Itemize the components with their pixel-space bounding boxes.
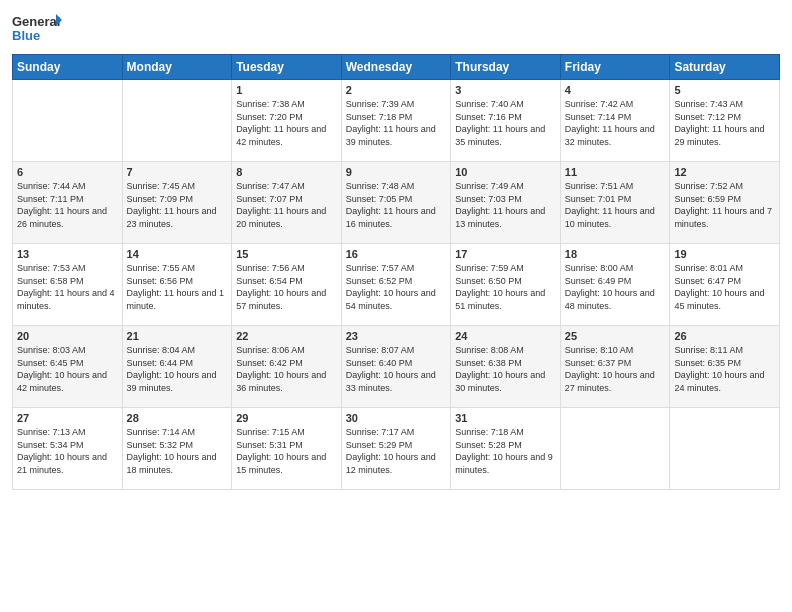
day-number: 22 [236, 330, 337, 342]
calendar-cell: 23 Sunrise: 8:07 AMSunset: 6:40 PMDaylig… [341, 326, 451, 408]
day-number: 4 [565, 84, 666, 96]
cell-details: Sunrise: 8:04 AMSunset: 6:44 PMDaylight:… [127, 345, 217, 393]
svg-text:General: General [12, 14, 60, 29]
cell-details: Sunrise: 8:01 AMSunset: 6:47 PMDaylight:… [674, 263, 764, 311]
cell-details: Sunrise: 8:10 AMSunset: 6:37 PMDaylight:… [565, 345, 655, 393]
day-number: 19 [674, 248, 775, 260]
cell-details: Sunrise: 7:40 AMSunset: 7:16 PMDaylight:… [455, 99, 545, 147]
cell-details: Sunrise: 7:18 AMSunset: 5:28 PMDaylight:… [455, 427, 553, 475]
day-number: 29 [236, 412, 337, 424]
calendar-cell: 29 Sunrise: 7:15 AMSunset: 5:31 PMDaylig… [232, 408, 342, 490]
calendar-table: SundayMondayTuesdayWednesdayThursdayFrid… [12, 54, 780, 490]
day-number: 13 [17, 248, 118, 260]
calendar-cell: 10 Sunrise: 7:49 AMSunset: 7:03 PMDaylig… [451, 162, 561, 244]
calendar-cell [560, 408, 670, 490]
day-number: 15 [236, 248, 337, 260]
cell-details: Sunrise: 7:38 AMSunset: 7:20 PMDaylight:… [236, 99, 326, 147]
day-number: 21 [127, 330, 228, 342]
calendar-cell: 30 Sunrise: 7:17 AMSunset: 5:29 PMDaylig… [341, 408, 451, 490]
day-number: 12 [674, 166, 775, 178]
calendar-cell: 20 Sunrise: 8:03 AMSunset: 6:45 PMDaylig… [13, 326, 123, 408]
cell-details: Sunrise: 7:43 AMSunset: 7:12 PMDaylight:… [674, 99, 764, 147]
day-number: 18 [565, 248, 666, 260]
cell-details: Sunrise: 7:48 AMSunset: 7:05 PMDaylight:… [346, 181, 436, 229]
cell-details: Sunrise: 7:15 AMSunset: 5:31 PMDaylight:… [236, 427, 326, 475]
logo: General Blue [12, 10, 62, 46]
calendar-cell: 21 Sunrise: 8:04 AMSunset: 6:44 PMDaylig… [122, 326, 232, 408]
cell-details: Sunrise: 7:44 AMSunset: 7:11 PMDaylight:… [17, 181, 107, 229]
cell-details: Sunrise: 7:52 AMSunset: 6:59 PMDaylight:… [674, 181, 772, 229]
calendar-cell: 15 Sunrise: 7:56 AMSunset: 6:54 PMDaylig… [232, 244, 342, 326]
cell-details: Sunrise: 7:56 AMSunset: 6:54 PMDaylight:… [236, 263, 326, 311]
calendar-cell: 6 Sunrise: 7:44 AMSunset: 7:11 PMDayligh… [13, 162, 123, 244]
day-number: 8 [236, 166, 337, 178]
calendar-cell: 27 Sunrise: 7:13 AMSunset: 5:34 PMDaylig… [13, 408, 123, 490]
cell-details: Sunrise: 8:03 AMSunset: 6:45 PMDaylight:… [17, 345, 107, 393]
calendar-cell: 7 Sunrise: 7:45 AMSunset: 7:09 PMDayligh… [122, 162, 232, 244]
cell-details: Sunrise: 7:13 AMSunset: 5:34 PMDaylight:… [17, 427, 107, 475]
day-number: 7 [127, 166, 228, 178]
calendar-cell: 28 Sunrise: 7:14 AMSunset: 5:32 PMDaylig… [122, 408, 232, 490]
weekday-header-tuesday: Tuesday [232, 55, 342, 80]
day-number: 2 [346, 84, 447, 96]
cell-details: Sunrise: 7:45 AMSunset: 7:09 PMDaylight:… [127, 181, 217, 229]
calendar-cell: 1 Sunrise: 7:38 AMSunset: 7:20 PMDayligh… [232, 80, 342, 162]
day-number: 30 [346, 412, 447, 424]
weekday-header-wednesday: Wednesday [341, 55, 451, 80]
calendar-cell: 31 Sunrise: 7:18 AMSunset: 5:28 PMDaylig… [451, 408, 561, 490]
day-number: 23 [346, 330, 447, 342]
calendar-cell [13, 80, 123, 162]
day-number: 5 [674, 84, 775, 96]
cell-details: Sunrise: 7:42 AMSunset: 7:14 PMDaylight:… [565, 99, 655, 147]
cell-details: Sunrise: 7:57 AMSunset: 6:52 PMDaylight:… [346, 263, 436, 311]
calendar-cell: 16 Sunrise: 7:57 AMSunset: 6:52 PMDaylig… [341, 244, 451, 326]
cell-details: Sunrise: 7:47 AMSunset: 7:07 PMDaylight:… [236, 181, 326, 229]
calendar-cell: 13 Sunrise: 7:53 AMSunset: 6:58 PMDaylig… [13, 244, 123, 326]
cell-details: Sunrise: 7:53 AMSunset: 6:58 PMDaylight:… [17, 263, 115, 311]
weekday-header-sunday: Sunday [13, 55, 123, 80]
cell-details: Sunrise: 7:14 AMSunset: 5:32 PMDaylight:… [127, 427, 217, 475]
day-number: 1 [236, 84, 337, 96]
calendar-cell: 25 Sunrise: 8:10 AMSunset: 6:37 PMDaylig… [560, 326, 670, 408]
svg-text:Blue: Blue [12, 28, 40, 43]
cell-details: Sunrise: 7:17 AMSunset: 5:29 PMDaylight:… [346, 427, 436, 475]
cell-details: Sunrise: 7:55 AMSunset: 6:56 PMDaylight:… [127, 263, 225, 311]
day-number: 16 [346, 248, 447, 260]
calendar-cell: 22 Sunrise: 8:06 AMSunset: 6:42 PMDaylig… [232, 326, 342, 408]
day-number: 31 [455, 412, 556, 424]
weekday-header-saturday: Saturday [670, 55, 780, 80]
cell-details: Sunrise: 7:51 AMSunset: 7:01 PMDaylight:… [565, 181, 655, 229]
cell-details: Sunrise: 8:11 AMSunset: 6:35 PMDaylight:… [674, 345, 764, 393]
day-number: 9 [346, 166, 447, 178]
calendar-cell: 9 Sunrise: 7:48 AMSunset: 7:05 PMDayligh… [341, 162, 451, 244]
day-number: 20 [17, 330, 118, 342]
day-number: 26 [674, 330, 775, 342]
weekday-header-friday: Friday [560, 55, 670, 80]
day-number: 14 [127, 248, 228, 260]
calendar-cell: 3 Sunrise: 7:40 AMSunset: 7:16 PMDayligh… [451, 80, 561, 162]
calendar-cell: 11 Sunrise: 7:51 AMSunset: 7:01 PMDaylig… [560, 162, 670, 244]
day-number: 28 [127, 412, 228, 424]
calendar-cell: 17 Sunrise: 7:59 AMSunset: 6:50 PMDaylig… [451, 244, 561, 326]
calendar-cell: 26 Sunrise: 8:11 AMSunset: 6:35 PMDaylig… [670, 326, 780, 408]
cell-details: Sunrise: 7:59 AMSunset: 6:50 PMDaylight:… [455, 263, 545, 311]
calendar-cell: 19 Sunrise: 8:01 AMSunset: 6:47 PMDaylig… [670, 244, 780, 326]
cell-details: Sunrise: 8:07 AMSunset: 6:40 PMDaylight:… [346, 345, 436, 393]
calendar-cell [122, 80, 232, 162]
day-number: 10 [455, 166, 556, 178]
day-number: 6 [17, 166, 118, 178]
cell-details: Sunrise: 8:00 AMSunset: 6:49 PMDaylight:… [565, 263, 655, 311]
day-number: 11 [565, 166, 666, 178]
day-number: 17 [455, 248, 556, 260]
cell-details: Sunrise: 7:39 AMSunset: 7:18 PMDaylight:… [346, 99, 436, 147]
day-number: 25 [565, 330, 666, 342]
logo-svg: General Blue [12, 10, 62, 46]
calendar-cell: 8 Sunrise: 7:47 AMSunset: 7:07 PMDayligh… [232, 162, 342, 244]
calendar-cell: 5 Sunrise: 7:43 AMSunset: 7:12 PMDayligh… [670, 80, 780, 162]
calendar-cell: 12 Sunrise: 7:52 AMSunset: 6:59 PMDaylig… [670, 162, 780, 244]
calendar-cell: 24 Sunrise: 8:08 AMSunset: 6:38 PMDaylig… [451, 326, 561, 408]
weekday-header-thursday: Thursday [451, 55, 561, 80]
cell-details: Sunrise: 8:08 AMSunset: 6:38 PMDaylight:… [455, 345, 545, 393]
day-number: 24 [455, 330, 556, 342]
calendar-cell [670, 408, 780, 490]
